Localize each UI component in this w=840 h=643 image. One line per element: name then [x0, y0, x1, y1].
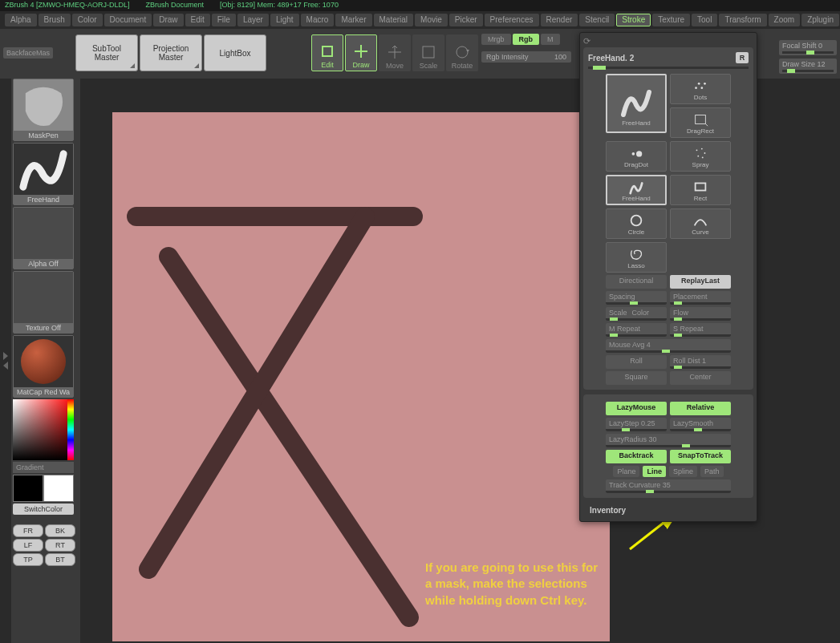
- path-button[interactable]: Path: [700, 466, 724, 477]
- lazystep-slider[interactable]: LazyStep 0.25: [606, 418, 667, 431]
- scale-color-slider[interactable]: ScaleColor: [606, 307, 667, 321]
- secondary-color-swatch[interactable]: [13, 475, 43, 502]
- edit-mode-button[interactable]: Edit: [311, 34, 343, 71]
- menu-edit[interactable]: Edit: [185, 14, 210, 26]
- view-bt-button[interactable]: BT: [45, 553, 75, 566]
- mouse-avg-slider[interactable]: Mouse Avg 4: [606, 339, 731, 353]
- view-lf-button[interactable]: LF: [13, 539, 43, 552]
- menu-stroke[interactable]: Stroke: [616, 14, 651, 26]
- lazyradius-slider[interactable]: LazyRadius 30: [606, 434, 731, 447]
- menu-preferences[interactable]: Preferences: [485, 14, 539, 26]
- menu-render[interactable]: Render: [541, 14, 578, 26]
- stroke-panel: ⟳ FreeHand. 2R FreeHandDotsDragRectDragD…: [579, 32, 757, 522]
- view-fr-button[interactable]: FR: [13, 524, 43, 537]
- plane-button[interactable]: Plane: [613, 466, 639, 477]
- panel-pin-icon[interactable]: ⟳: [583, 36, 594, 47]
- m-repeat-slider[interactable]: M Repeat: [606, 323, 667, 337]
- view-bk-button[interactable]: BK: [45, 524, 75, 537]
- placement-slider[interactable]: Placement: [670, 291, 731, 305]
- backtrack-button[interactable]: Backtrack: [606, 450, 667, 463]
- relative-button[interactable]: Relative: [670, 402, 731, 415]
- stroke-freehand-button[interactable]: FreeHand: [606, 74, 667, 133]
- draw-size-slider[interactable]: Draw Size 12: [779, 59, 837, 74]
- menu-zplugin[interactable]: Zplugin: [801, 14, 839, 26]
- mrgb-button[interactable]: Mrgb: [481, 34, 511, 45]
- menu-light[interactable]: Light: [270, 14, 299, 26]
- stroke-lasso-button[interactable]: Lasso: [606, 242, 667, 273]
- menu-texture[interactable]: Texture: [652, 14, 690, 26]
- brush-slot[interactable]: MaskPen: [13, 79, 74, 141]
- svg-point-19: [697, 155, 699, 156]
- inventory-header[interactable]: Inventory: [583, 503, 753, 518]
- menu-picker[interactable]: Picker: [449, 14, 483, 26]
- texture-slot[interactable]: Texture Off: [13, 271, 74, 334]
- menu-layer[interactable]: Layer: [237, 14, 269, 26]
- draw-mode-button[interactable]: Draw: [345, 34, 377, 71]
- snaptotrack-button[interactable]: SnapToTrack: [670, 450, 731, 463]
- stroke-curve-button[interactable]: Curve: [670, 208, 731, 239]
- stroke-slot[interactable]: FreeHand: [13, 143, 74, 205]
- rotate-mode-button[interactable]: Rotate: [446, 34, 478, 71]
- menu-material[interactable]: Material: [374, 14, 414, 26]
- svg-point-12: [704, 82, 706, 84]
- stroke-freehand-button[interactable]: FreeHand: [606, 175, 667, 205]
- replay-last-button[interactable]: ReplayLast: [670, 275, 731, 289]
- menu-transform[interactable]: Transform: [719, 14, 766, 26]
- center-button[interactable]: Center: [670, 371, 731, 385]
- spline-button[interactable]: Spline: [669, 466, 697, 477]
- track-curvature-slider[interactable]: Track Curvature 35: [606, 479, 731, 493]
- primary-color-swatch[interactable]: [43, 475, 74, 502]
- menu-alpha[interactable]: Alpha: [5, 14, 37, 26]
- left-edge-handle[interactable]: [0, 79, 11, 643]
- svg-rect-0: [323, 47, 332, 56]
- subtool-master-button[interactable]: SubTool Master: [75, 34, 138, 71]
- stroke-circle-button[interactable]: Circle: [606, 208, 667, 239]
- gradient-button[interactable]: Gradient: [13, 462, 74, 473]
- svg-point-9: [695, 87, 697, 89]
- scale-mode-button[interactable]: Scale: [412, 34, 444, 71]
- switch-color-button[interactable]: SwitchColor: [13, 503, 74, 515]
- s-repeat-slider[interactable]: S Repeat: [670, 323, 731, 337]
- stroke-spray-button[interactable]: Spray: [670, 141, 731, 172]
- move-mode-button[interactable]: Move: [379, 34, 411, 71]
- rgb-button[interactable]: Rgb: [513, 34, 540, 45]
- directional-button[interactable]: Directional: [606, 275, 667, 289]
- menu-zoom[interactable]: Zoom: [769, 14, 801, 26]
- roll-button[interactable]: Roll: [606, 355, 667, 369]
- alpha-slot[interactable]: Alpha Off: [13, 207, 74, 269]
- menu-marker[interactable]: Marker: [335, 14, 371, 26]
- roll-dist-slider[interactable]: Roll Dist 1: [670, 355, 731, 369]
- lightbox-button[interactable]: LightBox: [204, 34, 266, 71]
- rgb-intensity-slider[interactable]: Rgb Intensity100: [481, 51, 571, 63]
- square-button[interactable]: Square: [606, 371, 667, 385]
- projection-master-button[interactable]: Projection Master: [140, 34, 202, 71]
- menu-file[interactable]: File: [212, 14, 236, 26]
- menu-draw[interactable]: Draw: [153, 14, 183, 26]
- color-picker[interactable]: [13, 399, 74, 460]
- lazymouse-button[interactable]: LazyMouse: [606, 402, 667, 415]
- view-tp-button[interactable]: TP: [13, 553, 43, 566]
- svg-line-6: [168, 257, 409, 617]
- flow-slider[interactable]: Flow: [670, 307, 731, 321]
- menu-stencil[interactable]: Stencil: [579, 14, 615, 26]
- menu-brush[interactable]: Brush: [39, 14, 71, 26]
- menu-color[interactable]: Color: [72, 14, 103, 26]
- stroke-dragdot-button[interactable]: DragDot: [606, 141, 667, 172]
- stroke-dots-button[interactable]: Dots: [670, 74, 731, 104]
- stroke-dragrect-button[interactable]: DragRect: [670, 107, 731, 138]
- stroke-rect-button[interactable]: Rect: [670, 175, 731, 205]
- menu-document[interactable]: Document: [104, 14, 152, 26]
- backface-mask-button[interactable]: BackfaceMas: [3, 47, 53, 59]
- m-button[interactable]: M: [541, 34, 560, 45]
- spacing-slider[interactable]: Spacing: [606, 291, 667, 305]
- svg-point-16: [696, 149, 698, 151]
- line-button[interactable]: Line: [643, 466, 666, 477]
- view-rt-button[interactable]: RT: [45, 539, 75, 552]
- material-slot[interactable]: MatCap Red Wa: [13, 335, 74, 398]
- lazysmooth-slider[interactable]: LazySmooth: [670, 418, 731, 431]
- stroke-reset-button[interactable]: R: [736, 52, 749, 63]
- menu-movie[interactable]: Movie: [415, 14, 448, 26]
- menu-macro[interactable]: Macro: [301, 14, 335, 26]
- menu-tool[interactable]: Tool: [692, 14, 717, 26]
- focal-shift-slider[interactable]: Focal Shift 0: [779, 40, 837, 55]
